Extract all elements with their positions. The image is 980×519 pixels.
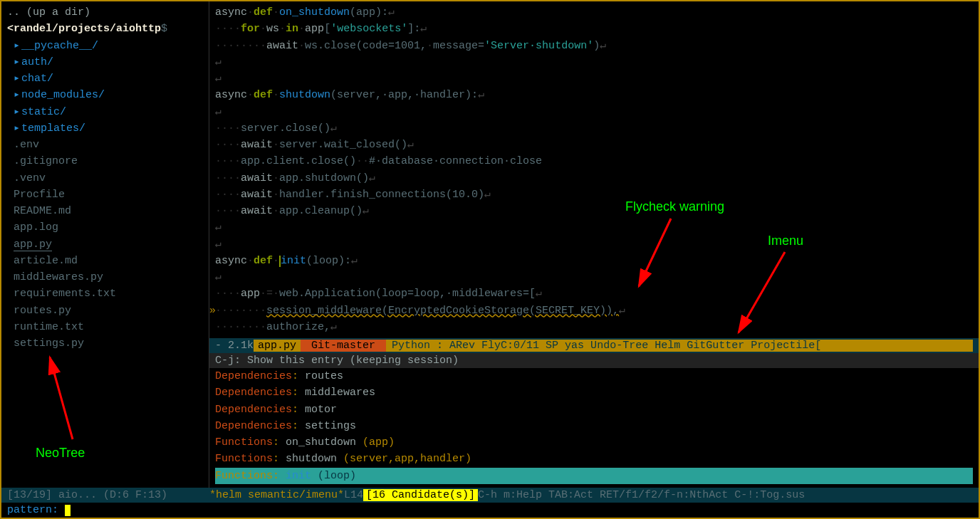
bottom-status: [13/19] aio... (D:6 F:13) *helm semantic… <box>1 488 979 503</box>
neotree-sidebar[interactable]: .. (up a dir) <randel/projects/aiohttp$ … <box>1 1 209 488</box>
helm-hint: C-j: Show this entry (keeping session) <box>209 353 979 368</box>
minibuffer[interactable]: pattern: <box>1 503 979 518</box>
sidebar-file[interactable]: .gitignore <box>7 153 203 169</box>
sidebar-file[interactable]: middlewares.py <box>7 269 203 285</box>
sidebar-folder[interactable]: ▸auth/ <box>7 54 203 70</box>
sidebar-file[interactable]: article.md <box>7 253 203 269</box>
dir-up[interactable]: .. (up a dir) <box>7 4 203 21</box>
sidebar-file[interactable]: .env <box>7 137 203 153</box>
neotree-status: [13/19] aio... (D:6 F:13) <box>7 489 209 501</box>
helm-candidate-count: [16 Candidate(s)] <box>363 489 478 501</box>
helm-item[interactable]: Dependencies: settings <box>215 418 973 434</box>
helm-item[interactable]: Functions: shutdown (server,app,handler) <box>215 451 973 467</box>
helm-item[interactable]: Dependencies: motor <box>215 402 973 418</box>
minibuffer-prompt: pattern: <box>7 504 65 516</box>
sidebar-folder[interactable]: ▸templates/ <box>7 120 203 137</box>
helm-help-hint: C-h m:Help TAB:Act RET/f1/f2/f-n:NthAct … <box>478 489 805 501</box>
helm-item[interactable]: Functions: on_shutdown (app) <box>215 434 973 451</box>
dir-path[interactable]: <randel/projects/aiohttp$ <box>7 21 203 37</box>
modeline-git-branch: Git-master <box>301 340 386 352</box>
sidebar-folder[interactable]: ▸node_modules/ <box>7 87 203 103</box>
sidebar-file[interactable]: requirements.txt <box>7 285 203 302</box>
sidebar-file[interactable]: .venv <box>7 170 203 187</box>
sidebar-file[interactable]: app.py <box>7 236 203 253</box>
sidebar-file[interactable]: routes.py <box>7 303 203 319</box>
sidebar-file[interactable]: README.md <box>7 203 203 219</box>
code-editor[interactable]: async·def·on_shutdown(app):↵····for·ws·i… <box>209 1 979 338</box>
helm-buffer-name: *helm semantic/imenu* <box>209 489 344 501</box>
helm-candidate-list[interactable]: Dependencies: routesDependencies: middle… <box>209 368 979 484</box>
modeline: - 2.1k app.py Git-master Python : ARev F… <box>209 338 979 353</box>
sidebar-file[interactable]: app.log <box>7 219 203 236</box>
sidebar-folder[interactable]: ▸chat/ <box>7 70 203 87</box>
helm-item[interactable]: Dependencies: routes <box>215 368 973 384</box>
sidebar-file[interactable]: settings.py <box>7 335 203 352</box>
sidebar-folder[interactable]: ▸static/ <box>7 104 203 120</box>
helm-item[interactable]: Dependencies: middlewares <box>215 384 973 401</box>
modeline-filename: app.py <box>254 340 301 352</box>
sidebar-file[interactable]: Procfile <box>7 187 203 203</box>
modeline-modes: Python : ARev FlyC:0/11 SP yas Undo-Tree… <box>386 340 973 352</box>
cursor-icon <box>65 505 71 516</box>
sidebar-folder[interactable]: ▸__pycache__/ <box>7 38 203 54</box>
sidebar-file[interactable]: runtime.txt <box>7 319 203 335</box>
helm-item[interactable]: Functions: init (loop) <box>215 468 973 484</box>
